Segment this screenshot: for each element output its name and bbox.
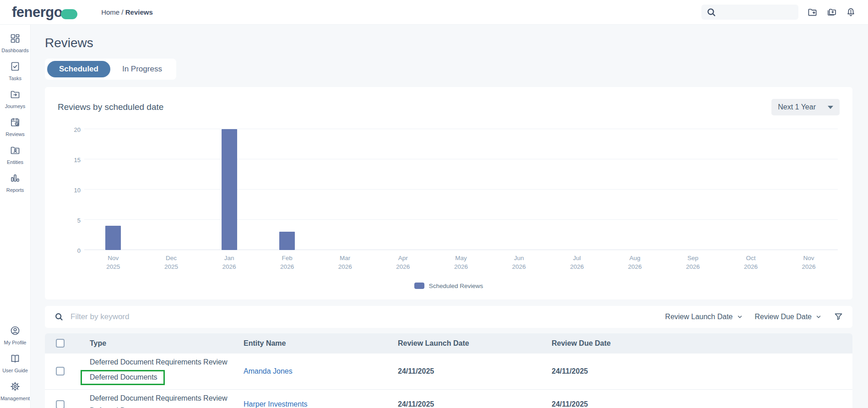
legend-label: Scheduled Reviews <box>429 283 483 289</box>
book-icon <box>10 353 21 366</box>
x-axis-label-aug-2026: Aug2026 <box>606 254 664 272</box>
chart-legend: Scheduled Reviews <box>58 283 840 289</box>
chevron-down-icon <box>737 314 743 320</box>
filter-funnel-icon[interactable] <box>834 312 843 321</box>
sidebar-item-dashboards[interactable]: Dashboards <box>0 29 30 57</box>
review-type-cell: Deferred Document Requirements ReviewDef… <box>90 394 244 408</box>
review-type-line2: Deferred Documents <box>90 406 244 408</box>
sidebar-item-label: User Guide <box>2 368 28 373</box>
column-header-review-launch-date[interactable]: Review Launch Date <box>398 339 552 348</box>
x-axis-label-oct-2026: Oct2026 <box>722 254 780 272</box>
sidebar-item-management[interactable]: Management <box>0 377 30 405</box>
caret-down-icon <box>828 106 833 109</box>
review-due-date-cell: 24/11/2025 <box>552 367 852 375</box>
x-axis-label-dec-2025: Dec2025 <box>142 254 201 272</box>
column-header-type[interactable]: Type <box>90 339 244 348</box>
sidebar-item-entities[interactable]: Entities <box>0 141 30 169</box>
bar-column-nov-2026 <box>780 129 838 250</box>
x-axis-label-sep-2026: Sep2026 <box>664 254 722 272</box>
x-axis-label-nov-2026: Nov2026 <box>780 254 838 272</box>
review-due-date-cell: 24/11/2025 <box>552 400 852 408</box>
bar-column-oct-2026 <box>722 129 780 250</box>
copy-folders-icon[interactable] <box>826 7 837 17</box>
bar-column-dec-2025 <box>142 129 201 250</box>
sidebar-item-journeys[interactable]: Journeys <box>0 85 30 113</box>
review-type-line2: Deferred Documents <box>90 370 244 385</box>
bar-column-apr-2026 <box>374 129 432 250</box>
sidebar: DashboardsTasksJourneysReviewsEntitiesRe… <box>0 25 31 408</box>
column-header-review-due-date[interactable]: Review Due Date <box>552 339 852 348</box>
x-axis-label-feb-2026: Feb2026 <box>258 254 316 272</box>
entity-link[interactable]: Harper Investments <box>244 400 308 408</box>
top-header: fenergo Home / Reviews <box>0 0 868 25</box>
bar-column-may-2026 <box>432 129 490 250</box>
sidebar-item-label: Dashboards <box>1 48 28 53</box>
global-search-input[interactable] <box>720 8 794 16</box>
table-row[interactable]: Deferred Document Requirements ReviewDef… <box>45 354 852 390</box>
entities-icon <box>10 145 21 158</box>
sidebar-item-user-guide[interactable]: User Guide <box>0 349 30 377</box>
sidebar-item-label: Reports <box>6 187 24 193</box>
journeys-icon <box>10 89 21 102</box>
bar-column-jun-2026 <box>490 129 548 250</box>
sidebar-top-group: DashboardsTasksJourneysReviewsEntitiesRe… <box>0 29 30 197</box>
highlighted-review-type: Deferred Documents <box>81 370 165 385</box>
sidebar-bottom-group: My ProfileUser GuideManagement <box>0 321 30 408</box>
chart-header: Reviews by scheduled date Next 1 Year <box>58 99 840 115</box>
y-axis-tick: 5 <box>64 217 81 224</box>
sidebar-item-tasks[interactable]: Tasks <box>0 57 30 85</box>
search-icon <box>706 7 716 17</box>
row-checkbox[interactable] <box>56 367 65 375</box>
select-all-checkbox[interactable] <box>56 339 65 348</box>
chart-plot-area: 05101520 <box>84 129 838 250</box>
bar-series <box>84 129 838 250</box>
y-axis-tick: 10 <box>64 187 81 194</box>
bar-jan-2026 <box>222 129 237 250</box>
filter-search-icon <box>54 312 64 321</box>
breadcrumb: Home / Reviews <box>101 8 153 16</box>
tab-scheduled[interactable]: Scheduled <box>47 61 110 77</box>
x-axis-label-jul-2026: Jul2026 <box>548 254 606 272</box>
tab-in-progress[interactable]: In Progress <box>110 61 174 77</box>
column-header-entity-name[interactable]: Entity Name <box>244 339 398 348</box>
notification-bell-icon[interactable] <box>846 7 856 17</box>
x-axis-label-apr-2026: Apr2026 <box>374 254 432 272</box>
sidebar-item-label: My Profile <box>4 340 27 345</box>
row-checkbox[interactable] <box>56 400 65 408</box>
sort-review-launch-date[interactable]: Review Launch Date <box>665 313 743 321</box>
sidebar-item-label: Entities <box>7 159 23 165</box>
add-folder-icon[interactable] <box>807 7 818 17</box>
fenergo-logo[interactable]: fenergo <box>12 4 77 21</box>
bar-column-feb-2026 <box>258 129 316 250</box>
date-range-select[interactable]: Next 1 Year <box>771 99 840 115</box>
date-range-value: Next 1 Year <box>778 103 816 111</box>
y-axis-tick: 20 <box>64 126 81 133</box>
bar-column-nov-2025 <box>84 129 142 250</box>
review-launch-date-cell: 24/11/2025 <box>398 400 552 408</box>
sort-review-due-date[interactable]: Review Due Date <box>755 313 822 321</box>
reviews-table: Type Entity Name Review Launch Date Revi… <box>45 333 852 408</box>
entity-link[interactable]: Amanda Jones <box>244 367 293 375</box>
sidebar-item-reviews[interactable]: Reviews <box>0 113 30 141</box>
review-launch-date-cell: 24/11/2025 <box>398 367 552 375</box>
reviews-icon <box>10 117 21 130</box>
profile-icon <box>10 325 21 338</box>
bar-column-jul-2026 <box>548 129 606 250</box>
keyword-filter-input[interactable] <box>71 312 665 321</box>
x-axis-label-may-2026: May2026 <box>432 254 490 272</box>
sidebar-item-reports[interactable]: Reports <box>0 169 30 197</box>
legend-swatch <box>414 283 424 289</box>
breadcrumb-home[interactable]: Home / <box>101 8 123 16</box>
bar-nov-2025 <box>105 226 121 250</box>
table-body: Deferred Document Requirements ReviewDef… <box>45 354 852 408</box>
table-filter-bar: Review Launch Date Review Due Date <box>45 306 852 328</box>
tasks-icon <box>10 61 21 74</box>
chart-x-axis: Nov2025Dec2025Jan2026Feb2026Mar2026Apr20… <box>84 250 838 272</box>
bar-column-sep-2026 <box>664 129 722 250</box>
table-row[interactable]: Deferred Document Requirements ReviewDef… <box>45 390 852 408</box>
x-axis-label-jun-2026: Jun2026 <box>490 254 548 272</box>
sidebar-item-my-profile[interactable]: My Profile <box>0 321 30 349</box>
global-search[interactable] <box>701 5 798 20</box>
topbar-actions <box>701 5 856 20</box>
sidebar-item-label: Management <box>0 396 30 401</box>
